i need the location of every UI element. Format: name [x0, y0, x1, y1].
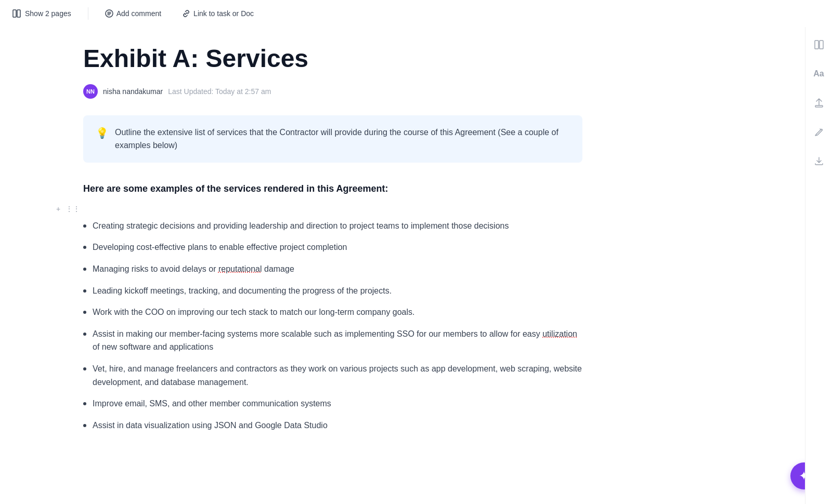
bullet-dot	[83, 268, 86, 271]
bullet-dot	[83, 246, 86, 249]
document-title: Exhibit A: Services	[83, 44, 582, 74]
typography-button[interactable]: Aa	[810, 64, 828, 83]
section-heading: Here are some examples of the services r…	[83, 183, 582, 194]
svg-rect-3	[815, 41, 818, 49]
pages-icon	[12, 9, 21, 18]
bullet-dot	[83, 224, 86, 228]
drag-block-button[interactable]: ⋮⋮	[67, 203, 79, 215]
svg-rect-0	[13, 10, 16, 17]
spell-check-word: reputational	[218, 264, 262, 273]
avatar: NN	[83, 84, 98, 99]
typography-icon: Aa	[813, 69, 824, 78]
list-item: Developing cost-effective plans to enabl…	[83, 241, 582, 254]
bullet-dot	[83, 367, 86, 370]
export-icon	[814, 156, 824, 166]
callout-icon: 💡	[96, 127, 109, 139]
bullet-dot	[83, 289, 86, 293]
top-toolbar: Show 2 pages Add comment Link to task or…	[0, 0, 832, 27]
block-controls: + ⋮⋮	[52, 203, 582, 215]
list-item: Managing risks to avoid delays or reputa…	[83, 262, 582, 276]
bullet-dot	[83, 424, 86, 427]
list-item: Creating strategic decisions and providi…	[83, 219, 582, 233]
svg-rect-1	[17, 10, 20, 17]
list-item: Work with the COO on improving our tech …	[83, 306, 582, 319]
author-row: NN nisha nandakumar Last Updated: Today …	[83, 84, 582, 99]
share-icon	[814, 98, 824, 108]
edit-button[interactable]	[810, 123, 828, 141]
show-pages-button[interactable]: Show 2 pages	[8, 7, 75, 20]
edit-icon	[814, 127, 824, 137]
callout-text: Outline the extensive list of services t…	[115, 126, 570, 152]
main-content: Exhibit A: Services NN nisha nandakumar …	[0, 27, 624, 482]
list-item: Leading kickoff meetings, tracking, and …	[83, 284, 582, 298]
author-name: nisha nandakumar	[103, 87, 163, 96]
last-updated: Last Updated: Today at 2:57 am	[168, 87, 271, 96]
link-button[interactable]: Link to task or Doc	[178, 7, 258, 20]
share-button[interactable]	[810, 94, 828, 112]
layout-icon	[814, 39, 824, 50]
callout-box: 💡 Outline the extensive list of services…	[83, 115, 582, 163]
right-sidebar: Aa	[805, 27, 832, 504]
add-comment-button[interactable]: Add comment	[101, 7, 165, 20]
toolbar-divider	[88, 7, 88, 20]
list-item: Assist in making our member-facing syste…	[83, 327, 582, 354]
list-item: Assist in data visualization using JSON …	[83, 419, 582, 432]
export-button[interactable]	[810, 152, 828, 170]
svg-rect-4	[820, 41, 823, 49]
bullet-list: Creating strategic decisions and providi…	[83, 219, 582, 432]
comment-icon	[105, 9, 113, 18]
add-block-button[interactable]: +	[52, 203, 64, 215]
bullet-dot	[83, 402, 86, 405]
layout-toggle-button[interactable]	[810, 35, 828, 54]
list-item: Improve email, SMS, and other member com…	[83, 397, 582, 410]
link-icon	[182, 9, 190, 18]
bullet-dot	[83, 311, 86, 314]
list-item: Vet, hire, and manage freelancers and co…	[83, 362, 582, 389]
bullet-dot	[83, 333, 86, 336]
spell-check-word: utilization	[542, 329, 577, 338]
